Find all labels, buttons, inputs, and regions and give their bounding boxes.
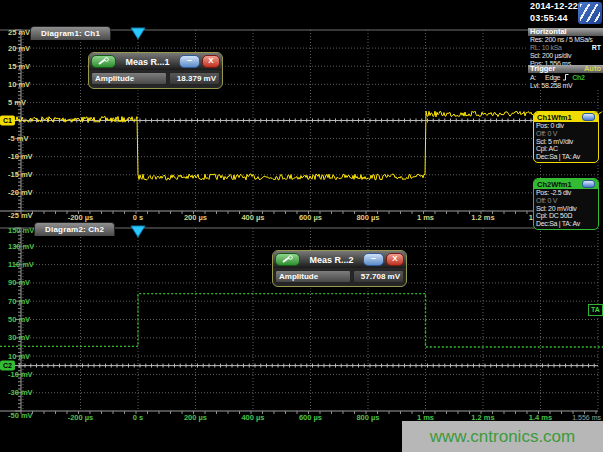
ch1-waveform-title: Ch1Wfm1 — [537, 113, 572, 122]
rohde-schwarz-logo — [578, 2, 602, 24]
popup2-title: Meas R...2 — [302, 255, 361, 265]
y-axis-label: -25 mV — [8, 211, 33, 220]
y-axis-label: 130 mV — [8, 242, 34, 251]
trigger-position-marker[interactable] — [131, 226, 145, 237]
y-axis-label: -50 mV — [8, 411, 33, 420]
trigger-settings-panel[interactable]: Trigger Auto A:EdgeCh2 Lvl: 58.258 mV — [528, 65, 603, 90]
minimize-pill-icon[interactable] — [582, 180, 595, 188]
y-axis-label: 20 mV — [8, 44, 30, 53]
popup2-titlebar[interactable]: Meas R...2 – X — [273, 251, 406, 268]
y-axis-label: 30 mV — [8, 333, 30, 342]
close-button[interactable]: X — [386, 253, 404, 266]
trigger-source-prefix: A: — [530, 74, 536, 81]
settings-row[interactable]: Cpl: DC 50Ω — [534, 212, 598, 220]
settings-row[interactable]: Pos: 0 div — [534, 122, 598, 130]
settings-row[interactable]: Scl: 200 µs/div — [528, 52, 603, 60]
y-axis-label: 10 mV — [8, 80, 30, 89]
trigger-level-row[interactable]: Lvl: 58.258 mV — [528, 82, 603, 90]
settings-row[interactable]: RL: 10 kSaRT — [528, 44, 603, 52]
ch2-waveform-box[interactable]: Ch2Wfm1 Pos: -2.5 divOff: 0 VScl: 20 mV/… — [533, 178, 599, 230]
y-axis-label: 90 mV — [8, 278, 30, 287]
x-axis-label: 800 µs — [356, 413, 379, 422]
minimize-button[interactable]: – — [363, 253, 384, 266]
measurement-settings-button[interactable] — [91, 55, 116, 68]
popup1-title: Meas R...1 — [118, 57, 177, 67]
ch2-waveform-header[interactable]: Ch2Wfm1 — [534, 179, 598, 189]
ch1-waveform-box[interactable]: Ch1Wfm1 Pos: 0 divOff: 0 VScl: 5 mV/divC… — [533, 111, 599, 163]
y-axis-label: 70 mV — [8, 297, 30, 306]
trigger-mode: Auto — [584, 65, 601, 73]
measurement-popup-1: Meas R...1 – X Amplitude 18.379 mV — [88, 52, 223, 89]
y-axis-label: 15 mV — [8, 62, 30, 71]
x-axis-label: 0 s — [133, 213, 143, 222]
x-axis-label: 400 µs — [241, 213, 264, 222]
watermark-text: www.cntronics.com — [430, 427, 575, 447]
ch1-waveform-header[interactable]: Ch1Wfm1 — [534, 112, 598, 122]
tab-diagram1[interactable]: Diagram1: Ch1 — [30, 26, 111, 40]
measurement-name: Amplitude — [275, 270, 351, 283]
x-axis-label: -200 µs — [68, 413, 94, 422]
trigger-armed-badge: TA — [588, 304, 603, 316]
trigger-source-row[interactable]: A:EdgeCh2 — [528, 73, 603, 82]
y-axis-label: 50 mV — [8, 315, 30, 324]
trigger-panel-title: Trigger — [530, 65, 555, 73]
measurement-popup-2: Meas R...2 – X Amplitude 57.708 mV — [272, 250, 407, 287]
realtime-flag: RT — [592, 44, 601, 52]
wrench-icon — [281, 255, 294, 264]
measurement-settings-button[interactable] — [275, 253, 300, 266]
x-axis-label: -200 µs — [68, 213, 94, 222]
datetime-display: 2014-12-22 03:55:44 — [528, 0, 603, 27]
minimize-button[interactable]: – — [179, 55, 200, 68]
settings-row[interactable]: Pos: -2.5 div — [534, 189, 598, 197]
x-axis-label: 1.2 ms — [471, 213, 494, 222]
y-axis-label: 10 mV — [8, 352, 30, 361]
settings-row[interactable]: Cpl: AC — [534, 145, 598, 153]
acquisition-end-time-label: 1.556 ms — [572, 414, 601, 421]
measurement-name: Amplitude — [91, 72, 167, 85]
settings-row[interactable]: Res: 200 ns / 5 MSa/s — [528, 36, 603, 44]
oscilloscope-screen: 25 mV20 mV15 mV10 mV5 mV-5 mV-10 mV-15 m… — [0, 0, 603, 452]
measurement-value: 57.708 mV — [353, 270, 404, 283]
settings-row[interactable]: Off: 0 V — [534, 130, 598, 138]
x-axis-label: 1 ms — [417, 213, 434, 222]
channel-marker-label: C1 — [3, 117, 12, 124]
trigger-position-marker[interactable] — [131, 28, 145, 39]
settings-row[interactable]: Dec:Sa | TA: Av — [534, 220, 598, 228]
watermark-bar: www.cntronics.com — [402, 421, 603, 452]
y-axis-label: -30 mV — [8, 388, 33, 397]
measurement-value: 18.379 mV — [169, 72, 220, 85]
y-axis-label: -15 mV — [8, 170, 33, 179]
wrench-icon — [97, 57, 110, 66]
horizontal-panel-title: Horizontal — [530, 28, 567, 36]
x-axis-label: 400 µs — [241, 413, 264, 422]
x-axis-label: 800 µs — [356, 213, 379, 222]
y-axis-label: 25 mV — [8, 28, 30, 37]
trigger-type: Edge — [545, 74, 560, 81]
settings-row[interactable]: Dec:Sa | TA: Av — [534, 153, 598, 161]
settings-row[interactable]: Scl: 5 mV/div — [534, 138, 598, 146]
x-axis-label: 200 µs — [184, 213, 207, 222]
y-axis-label: -10 mV — [8, 370, 33, 379]
horizontal-settings-panel[interactable]: Horizontal Res: 200 ns / 5 MSa/sRL: 10 k… — [528, 28, 603, 65]
settings-row[interactable]: Scl: 20 mV/div — [534, 205, 598, 213]
y-axis-label: 150 mV — [8, 226, 34, 235]
popup1-titlebar[interactable]: Meas R...1 – X — [89, 53, 222, 70]
y-axis-label: -5 mV — [8, 134, 28, 143]
ch2-waveform-title: Ch2Wfm1 — [537, 180, 572, 189]
settings-row[interactable]: Off: 0 V — [534, 197, 598, 205]
edge-icon — [562, 73, 570, 81]
tab-diagram2[interactable]: Diagram2: Ch2 — [34, 222, 115, 236]
channel-marker-label: C2 — [3, 362, 12, 369]
y-axis-label: -10 mV — [8, 152, 33, 161]
x-axis-label: 600 µs — [299, 213, 322, 222]
y-axis-label: 110 mV — [8, 260, 34, 269]
y-axis-label: -20 mV — [8, 188, 33, 197]
x-axis-label: 600 µs — [299, 413, 322, 422]
y-axis-label: 5 mV — [8, 98, 26, 107]
trigger-channel: Ch2 — [572, 74, 584, 81]
close-button[interactable]: X — [202, 55, 220, 68]
x-axis-label: 200 µs — [184, 413, 207, 422]
x-axis-label: 0 s — [133, 413, 143, 422]
minimize-pill-icon[interactable] — [582, 113, 595, 121]
